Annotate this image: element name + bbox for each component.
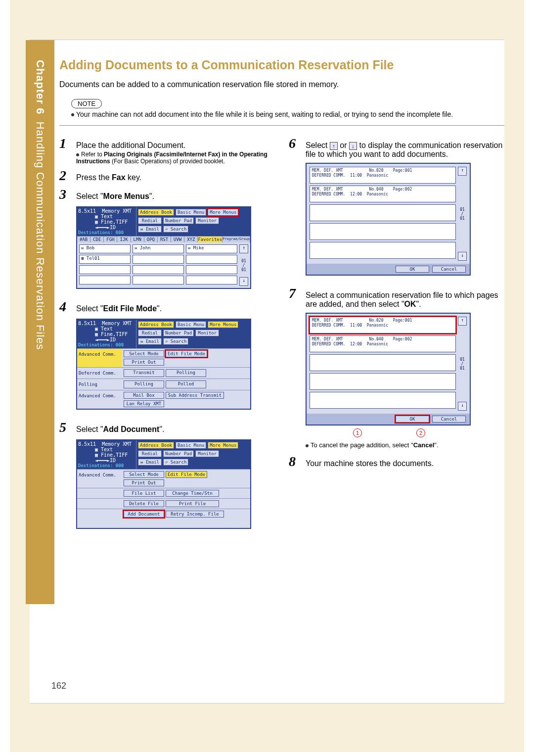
cancel-button[interactable]: Cancel xyxy=(432,266,466,273)
manual-page: Chapter 6 Handling Communication Reserva… xyxy=(30,40,504,704)
scroll-up-button[interactable]: ↑ xyxy=(239,244,248,253)
step-number: 3 xyxy=(59,187,69,202)
alpha-tabs[interactable]: #AB CDE FGH IJK LMN OPQ RST UVW XYZ Favo… xyxy=(77,236,250,242)
contact-cell[interactable]: ☎ Tel01 xyxy=(79,255,131,264)
reservation-file-row[interactable]: MEM. DEF. XMT No.040 Page:002 DEFERRED C… xyxy=(310,186,456,202)
left-column: 1 Place the additional Document. Refer t… xyxy=(59,136,275,539)
chapter-side-tab: Chapter 6 Handling Communication Reserva… xyxy=(26,40,54,604)
fax-screen-more-menus: 8.5x11 Memory XMT ▣ Text ▦ Fine,TIFF ◄━━… xyxy=(76,206,251,289)
file-list-screen: MEM. DEF. XMT No.020 Page:001 DEFERRED C… xyxy=(306,163,471,276)
add-document-button[interactable]: Add Document xyxy=(124,511,164,518)
edit-file-mode-button[interactable]: Edit File Mode xyxy=(166,350,207,357)
step-number: 8 xyxy=(289,454,299,470)
search-button[interactable]: ⌕ Search xyxy=(163,226,188,233)
step-number: 5 xyxy=(59,420,69,435)
more-menus-button[interactable]: More Menus xyxy=(208,209,238,216)
basic-menu-button[interactable]: Basic Menu xyxy=(176,209,206,216)
right-column: 6 Select ↑ or ↓ to display the communica… xyxy=(289,136,504,539)
scroll-down-button[interactable]: ↓ xyxy=(239,277,248,286)
note-chip: NOTE xyxy=(71,99,102,108)
reservation-file-row[interactable]: MEM. DEF. XMT No.040 Page:002 DEFERRED C… xyxy=(310,335,456,352)
contact-cell[interactable]: ✉ Mike xyxy=(186,244,237,253)
scroll-up-button[interactable]: ↑ xyxy=(458,317,467,326)
contact-cell[interactable]: ✉ John xyxy=(133,244,184,253)
scroll-down-button[interactable]: ↓ xyxy=(458,402,467,411)
down-arrow-icon: ↓ xyxy=(349,142,357,150)
cancel-button[interactable]: Cancel xyxy=(432,416,466,423)
step-number: 2 xyxy=(59,168,69,184)
fax-screen-add-document: 8.5x11 Memory XMT ▣ Text ▦ Fine,TIFF ◄━━… xyxy=(76,439,251,529)
chapter-title: Handling Communication Reservation Files xyxy=(34,122,46,350)
intro-text: Documents can be added to a communicatio… xyxy=(59,80,504,89)
up-arrow-icon: ↑ xyxy=(330,142,338,150)
number-pad-button[interactable]: Number Pad xyxy=(163,217,194,224)
ok-button[interactable]: OK xyxy=(396,266,429,273)
page-title: Adding Documents to a Communication Rese… xyxy=(59,58,504,72)
page-number: 162 xyxy=(51,681,66,691)
chapter-label: Chapter 6 xyxy=(34,60,46,114)
step-number: 6 xyxy=(289,136,299,151)
monitor-button[interactable]: Monitor xyxy=(195,217,219,224)
step1-text: Place the additional Document. xyxy=(76,141,185,149)
note-text: Your machine can not add document into t… xyxy=(71,110,504,118)
ok-button[interactable]: OK xyxy=(396,416,429,423)
scroll-down-button[interactable]: ↓ xyxy=(458,252,467,261)
step-number: 7 xyxy=(289,285,299,301)
step-number: 4 xyxy=(59,299,69,315)
step-number: 1 xyxy=(59,136,69,151)
address-book-button[interactable]: Address Book xyxy=(138,209,174,216)
contact-cell[interactable]: ✉ Bob xyxy=(79,244,131,253)
email-button[interactable]: ✉ Email xyxy=(138,226,162,233)
fax-screen-edit-file-mode: 8.5x11 Memory XMT ▣ Text ▦ Fine,TIFF ◄━━… xyxy=(76,319,251,410)
annotation-two: 2 xyxy=(416,428,425,437)
reservation-file-row[interactable]: MEM. DEF. XMT No.020 Page:001 DEFERRED C… xyxy=(310,317,456,333)
redial-button[interactable]: Redial xyxy=(138,217,162,224)
reservation-file-row[interactable]: MEM. DEF. XMT No.020 Page:001 DEFERRED C… xyxy=(310,167,456,184)
scroll-up-button[interactable]: ↑ xyxy=(458,167,467,176)
annotation-one: 1 xyxy=(353,428,362,437)
file-list-screen-ok: MEM. DEF. XMT No.020 Page:001 DEFERRED C… xyxy=(306,313,471,425)
